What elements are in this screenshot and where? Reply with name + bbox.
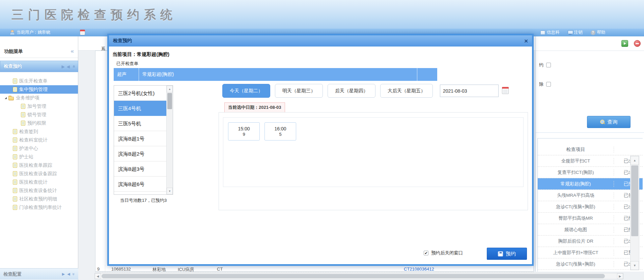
sidebar: « 功能菜单 检查预约 ▶ ◀ » 医生开检查单集中预约管理业务维护项加号管理锁… — [0, 36, 78, 280]
arrow-right-icon[interactable]: ▶ — [62, 272, 65, 276]
arrow-right-icon[interactable]: ▶ — [62, 64, 64, 69]
sidebar-item[interactable]: 护士站 — [0, 153, 78, 161]
sidebar-item[interactable]: 医技检查设备统计 — [0, 186, 78, 195]
book-button[interactable]: 预约 — [487, 248, 527, 260]
exam-table-row[interactable]: 全腹部平扫CT已出 — [538, 155, 643, 167]
document-icon — [13, 205, 17, 210]
expand-down-icon[interactable]: » — [71, 273, 76, 275]
machine-list-item[interactable]: 滨海B超3号 — [114, 161, 166, 177]
scroll-left-icon[interactable]: ◀ — [95, 273, 101, 279]
scroll-down-icon[interactable]: ▼ — [167, 188, 173, 194]
monitor-icon — [568, 30, 572, 35]
close-after-checkbox[interactable]: ✔ — [424, 251, 428, 255]
sidebar-item-label: 护士站 — [19, 154, 33, 160]
sidebar-item[interactable]: 医技检查统计 — [0, 178, 78, 186]
book-button-label: 预约 — [506, 251, 516, 257]
machine-list-item[interactable]: 滨海B超1号 — [114, 131, 166, 146]
machine-list-scrollbar[interactable]: ▲ ▼ — [166, 86, 173, 194]
accordion-section-exam-booking[interactable]: 检查预约 ▶ ◀ » — [0, 61, 78, 72]
machine-list-items: 三医2号机(女性)三医4号机三医5号机滨海B超1号滨海B超2号滨海B超3号滨海B… — [114, 86, 166, 194]
order-header-row[interactable]: 超声 常规彩超(胸腔) — [114, 68, 437, 81]
filter-checkbox[interactable] — [546, 63, 551, 67]
exam-table-row[interactable]: 胸部后前位片 DR已出 — [538, 236, 643, 247]
exam-table-row[interactable]: 头颅MRA平扫高场已签 — [538, 190, 643, 201]
exam-table-row[interactable]: 常规彩超(胸腔)已报 — [538, 178, 643, 190]
app-title: 三门医院检查预约系统 — [11, 7, 177, 23]
machine-list-item[interactable]: 滨海B超6号 — [114, 177, 166, 192]
sidebar-item[interactable]: 检查签到 — [0, 127, 78, 136]
time-slot-button[interactable]: 15:009 — [228, 122, 260, 141]
sidebar-item-label: 门诊检查预约率统计 — [19, 205, 62, 211]
horizontal-scrollbar-thumb[interactable] — [102, 274, 605, 278]
sidebar-item[interactable]: 业务维护项 — [0, 94, 78, 102]
topbar-link-info-dept[interactable]: 信息科 — [540, 30, 560, 35]
sidebar-item[interactable]: 门诊检查预约率统计 — [0, 203, 78, 212]
sidebar-item[interactable]: 社区检查预约明细 — [0, 195, 78, 203]
vertical-scrollbar-thumb[interactable] — [631, 165, 638, 236]
add-record-icon[interactable] — [621, 40, 628, 47]
save-icon — [498, 251, 503, 256]
horizontal-scrollbar[interactable]: ◀ ▶ — [94, 273, 623, 279]
exam-booking-dialog: 检查预约 × 当前项目：常规彩超(胸腔) 已开检查单 超声 常规彩超(胸腔) 三… — [107, 34, 534, 266]
machine-scrollbar-thumb[interactable] — [167, 93, 172, 109]
arrow-left-icon[interactable]: ◀ — [67, 64, 69, 69]
date-picker-icon[interactable] — [502, 87, 509, 94]
remove-record-icon[interactable] — [634, 40, 641, 47]
day-tab[interactable]: 大后天（星期五） — [380, 84, 433, 98]
machine-list-item[interactable]: 滨海B超2号 — [114, 146, 166, 161]
tree-expand-icon[interactable] — [5, 97, 7, 99]
exam-table-row[interactable]: 臀部平扫高场MR已报 — [538, 213, 643, 224]
exam-link[interactable]: CT2108036412 — [404, 267, 434, 272]
dialog-titlebar[interactable]: 检查预约 × — [109, 35, 532, 46]
sidebar-item[interactable]: 检查科室统计 — [0, 136, 78, 144]
accordion-section-exam-config[interactable]: 检查配置 ▶ ◀ » — [0, 268, 78, 280]
exam-table-row[interactable]: 频谱心电图已报 — [538, 224, 643, 236]
exam-table-row[interactable]: 急诊CT(颅脑+胸部)已出 — [538, 258, 643, 270]
machine-list-item[interactable]: 三医4号机 — [114, 101, 166, 116]
day-tab[interactable]: 后天（星期四） — [328, 84, 375, 98]
slot-time: 16:00 — [274, 126, 286, 131]
query-button[interactable]: 查询 — [587, 116, 631, 128]
scroll-up-icon[interactable]: ▲ — [167, 86, 173, 92]
accordion-icons: ▶ ◀ » — [62, 64, 75, 69]
sidebar-item[interactable]: 加号管理 — [0, 102, 78, 111]
sidebar-item[interactable]: 预约权限 — [0, 119, 78, 127]
day-tab[interactable]: 今天（星期二） — [222, 84, 270, 98]
filter-checkbox[interactable] — [546, 82, 551, 87]
accordion-icons: ▶ ◀ » — [62, 272, 75, 277]
sidebar-item[interactable]: 护送中心 — [0, 144, 78, 153]
exam-table-row[interactable]: 上中腹部平扫+增强CT已预 — [538, 247, 643, 258]
scroll-up-icon[interactable]: ▲ — [631, 156, 639, 165]
calendar-icon[interactable] — [80, 30, 85, 35]
selected-date-label: 当前选中日期：2021-08-03 — [224, 102, 285, 113]
screen: 三门医院检查预约系统 当前用户：姚帝晓 信息科 注销 ? 帮助 « — [0, 0, 644, 280]
collapse-up-icon[interactable]: » — [71, 65, 76, 67]
sidebar-item[interactable]: 医技检查单跟踪 — [0, 161, 78, 169]
query-button-label: 查询 — [608, 119, 618, 125]
day-tab[interactable]: 明天（星期三） — [275, 84, 323, 98]
sidebar-item[interactable]: 锁号管理 — [0, 111, 78, 119]
sidebar-item[interactable]: 集中预约管理 — [0, 85, 78, 94]
close-icon[interactable]: × — [524, 38, 528, 44]
exam-table-row[interactable]: 急诊CT(颅脑+胸部)已出 — [538, 201, 643, 213]
exam-table-body: 全腹部平扫CT已出复查平扫CT(胸部)已出常规彩超(胸腔)已报头颅MRA平扫高场… — [538, 155, 643, 270]
sidebar-item-label: 医技检查设备跟踪 — [19, 171, 57, 177]
topbar-link-help[interactable]: ? 帮助 — [591, 30, 606, 35]
vertical-scrollbar[interactable]: ▲ ▼ — [630, 156, 639, 270]
sidebar-item-label: 护送中心 — [19, 146, 38, 152]
arrow-left-icon[interactable]: ◀ — [67, 272, 70, 276]
sidebar-item[interactable]: 医生开检查单 — [0, 77, 78, 85]
search-icon — [600, 120, 605, 125]
filter-row: 除 — [539, 81, 551, 87]
machine-list-item[interactable]: 三医5号机 — [114, 116, 166, 131]
scroll-down-icon[interactable]: ▼ — [631, 261, 639, 270]
scroll-right-icon[interactable]: ▶ — [617, 273, 623, 279]
date-input[interactable] — [440, 85, 499, 97]
time-slot-button[interactable]: 16:005 — [264, 122, 296, 141]
topbar-link-logout[interactable]: 注销 — [568, 30, 583, 35]
table-row-divider — [95, 272, 534, 272]
machine-list-item[interactable]: 三医2号机(女性) — [114, 86, 166, 101]
sidebar-item[interactable]: 医技检查设备跟踪 — [0, 169, 78, 178]
collapse-sidebar-icon[interactable]: « — [71, 44, 74, 58]
exam-table-row[interactable]: 复查平扫CT(胸部)已出 — [538, 167, 643, 178]
